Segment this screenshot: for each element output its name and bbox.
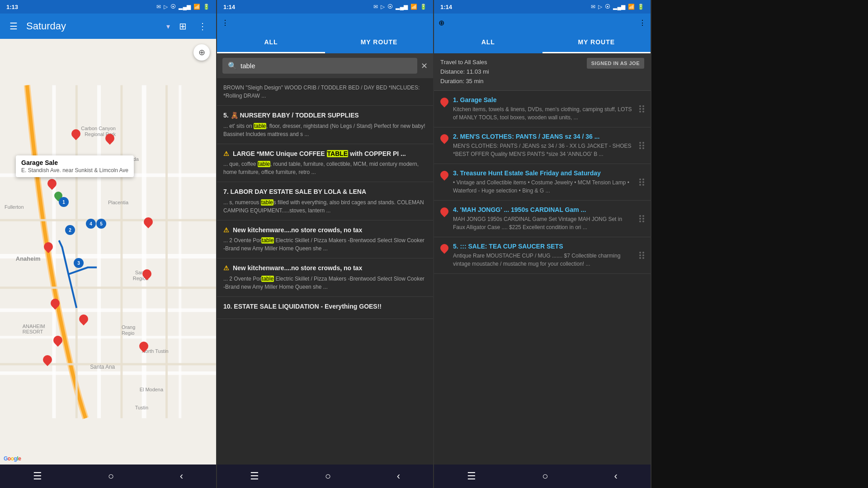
route-item-content-3: 3. Treasure Hunt Estate Sale Friday and …	[453, 169, 635, 195]
drag-handle-1[interactable]	[639, 105, 644, 113]
route-item-1[interactable]: 1. Garage Sale Kitchen items, towels & l…	[434, 91, 651, 127]
status-time-3: 1:14	[440, 4, 452, 10]
route-item-title-1: 1. Garage Sale	[453, 96, 635, 103]
more-icon-3[interactable]: ⋮	[639, 19, 646, 27]
result-item-7[interactable]: 7. LABOR DAY ESTATE SALE BY LOLA & LENA …	[217, 182, 433, 221]
route-item-2[interactable]: 2. MEN'S CLOTHES: PANTS / JEANS sz 34 / …	[434, 127, 651, 164]
route-num-2: 2.	[453, 133, 460, 140]
svg-text:Regio: Regio	[122, 330, 135, 336]
drag-handle-5[interactable]	[639, 252, 644, 259]
duration-label: Duration:	[440, 78, 464, 84]
route-pin-3	[439, 169, 450, 181]
route-pin-1	[439, 96, 450, 108]
route-item-body-4: MAH JONGG 1950s CARDINAL Game Set Vintag…	[453, 215, 635, 231]
battery-icon-3: 🔋	[637, 4, 644, 10]
map-background: Carbon Canyon Regional Park Brea Yorba L…	[0, 39, 216, 465]
route-item-content-1: 1. Garage Sale Kitchen items, towels & l…	[453, 96, 635, 122]
panel-map: 1:13 ✉ ▷ ⦿ ▂▄▆ 📶 🔋 ☰ Saturday ▾ ⊞ ⋮	[0, 0, 217, 488]
nav-menu-btn-3[interactable]: ☰	[458, 467, 485, 486]
map-pin-route-2[interactable]: 2	[65, 225, 75, 235]
search-clear-icon[interactable]: ✕	[421, 61, 428, 71]
locate-icon-3[interactable]: ⊕	[439, 19, 444, 27]
highlight-table-kit2: table	[261, 276, 274, 282]
rec-icon-3: ⦿	[605, 4, 610, 10]
result-item-10[interactable]: 10. ESTATE SALE LIQUIDATION - Everything…	[217, 297, 433, 319]
grid-icon[interactable]: ⊞	[175, 19, 190, 33]
route-item-4[interactable]: 4. 'MAH JONGG' ... 1950s CARDINAL Gam ..…	[434, 201, 651, 237]
wifi-icon: 📶	[193, 4, 200, 10]
menu-icon[interactable]: ☰	[6, 19, 21, 33]
nav-back-btn-3[interactable]: ‹	[605, 467, 627, 486]
more-icon-2[interactable]: ⋮	[222, 19, 229, 27]
map-container[interactable]: Carbon Canyon Regional Park Brea Yorba L…	[0, 39, 216, 465]
svg-text:ANAHEIM: ANAHEIM	[23, 324, 45, 329]
nav-home-btn[interactable]: ○	[99, 467, 123, 486]
route-item-3[interactable]: 3. Treasure Hunt Estate Sale Friday and …	[434, 164, 651, 201]
play-icon: ▷	[164, 4, 168, 10]
dropdown-arrow-icon[interactable]: ▾	[166, 22, 170, 31]
signal-icon: ▂▄▆	[179, 4, 191, 10]
search-input-wrap[interactable]: 🔍 table	[222, 58, 417, 74]
nav-back-btn-2[interactable]: ‹	[388, 467, 409, 486]
status-icons-2: ✉ ▷ ⦿ ▂▄▆ 📶 🔋	[373, 4, 427, 10]
tab-my-route-3[interactable]: MY ROUTE	[542, 32, 651, 53]
route-item-body-2: MEN'S CLOTHES: PANTS / JEANS sz 34 / 36 …	[453, 142, 635, 158]
result-num-5: 5. 🧸	[223, 112, 240, 119]
app-bar-1: ☰ Saturday ▾ ⊞ ⋮	[0, 14, 216, 39]
duration-row: Duration: 35 min	[440, 77, 489, 86]
result-item-5[interactable]: 5. 🧸 NURSERY BABY / TODDLER SUPPLIES ...…	[217, 106, 433, 144]
result-item-coffee[interactable]: ⚠ LARGE *MMC Unique COFFEE TABLE with CO…	[217, 144, 433, 183]
result-body-kit2: ... 2 Ovente Portable Electric Skillet /…	[223, 275, 427, 291]
nav-back-btn[interactable]: ‹	[171, 467, 192, 486]
warning-icon-coffee: ⚠	[223, 150, 229, 157]
svg-text:Tustin: Tustin	[135, 405, 148, 410]
map-tooltip[interactable]: Garage Sale E. Standish Ave. near Sunkis…	[16, 155, 134, 177]
route-pin-2	[439, 133, 450, 144]
map-pin-route-4[interactable]: 4	[86, 219, 96, 229]
svg-text:RESORT: RESORT	[23, 329, 43, 334]
result-body-5: ... et' sits on table, floor, dresser, n…	[223, 122, 427, 138]
distance-value: 11.03 mi	[467, 68, 489, 75]
tabs-bar-3: ALL MY ROUTE	[434, 32, 651, 53]
svg-text:Anaheim: Anaheim	[16, 255, 41, 262]
route-num-3: 3.	[453, 169, 460, 177]
result-item-0[interactable]: BROWN "Sleigh Design" WOOD CRIB / TODDLE…	[217, 78, 433, 106]
map-pin-route-1[interactable]: 1	[59, 197, 69, 207]
route-header: Travel to All Sales Distance: 11.03 mi D…	[434, 53, 651, 91]
top-bar-3: ⊕ ⋮ ALL MY ROUTE	[434, 14, 651, 53]
result-title-10: 10. ESTATE SALE LIQUIDATION - Everything…	[223, 302, 427, 311]
tab-my-route-2[interactable]: MY ROUTE	[325, 32, 433, 53]
nav-menu-btn[interactable]: ☰	[24, 467, 51, 486]
tab-all-2[interactable]: ALL	[217, 32, 325, 53]
route-pin-4	[439, 206, 450, 217]
locate-button[interactable]: ⊕	[193, 44, 210, 61]
more-options-icon[interactable]: ⋮	[195, 19, 210, 33]
route-title-text-3: Treasure Hunt Estate Sale Friday and Sat…	[460, 169, 601, 177]
email-icon-2: ✉	[373, 4, 378, 10]
background-filler	[651, 0, 868, 488]
map-pin-route-5[interactable]: 5	[96, 219, 106, 229]
result-item-kit1[interactable]: ⚠ New kitchenware....no store crowds, no…	[217, 221, 433, 259]
tab-all-3[interactable]: ALL	[434, 32, 542, 53]
svg-text:Orang: Orang	[122, 324, 135, 330]
route-item-5[interactable]: 5. ::: SALE: TEA CUP SAUCER SETS Antique…	[434, 237, 651, 274]
nav-menu-btn-2[interactable]: ☰	[241, 467, 268, 486]
result-item-kit2[interactable]: ⚠ New kitchenware....no store crowds, no…	[217, 258, 433, 297]
search-query-text[interactable]: table	[241, 62, 412, 70]
distance-label: Distance:	[440, 68, 465, 75]
signed-in-button[interactable]: SIGNED IN AS JOE	[587, 58, 644, 69]
route-item-title-3: 3. Treasure Hunt Estate Sale Friday and …	[453, 169, 635, 177]
highlight-table-5: table	[254, 123, 266, 129]
drag-handle-4[interactable]	[639, 215, 644, 222]
route-pin-5	[439, 243, 450, 254]
nav-home-btn-2[interactable]: ○	[316, 467, 340, 486]
play-icon-2: ▷	[381, 4, 385, 10]
route-item-title-4: 4. 'MAH JONGG' ... 1950s CARDINAL Gam ..…	[453, 206, 635, 213]
drag-handle-3[interactable]	[639, 178, 644, 186]
nav-bar-1: ☰ ○ ‹	[0, 465, 216, 488]
drag-handle-2[interactable]	[639, 142, 644, 149]
route-title-text-5: ::: SALE: TEA CUP SAUCER SETS	[460, 243, 563, 250]
nav-home-btn-3[interactable]: ○	[533, 467, 557, 486]
map-pin-route-3[interactable]: 3	[74, 258, 84, 268]
route-item-body-1: Kitchen items, towels & linens, DVDs, me…	[453, 105, 635, 122]
